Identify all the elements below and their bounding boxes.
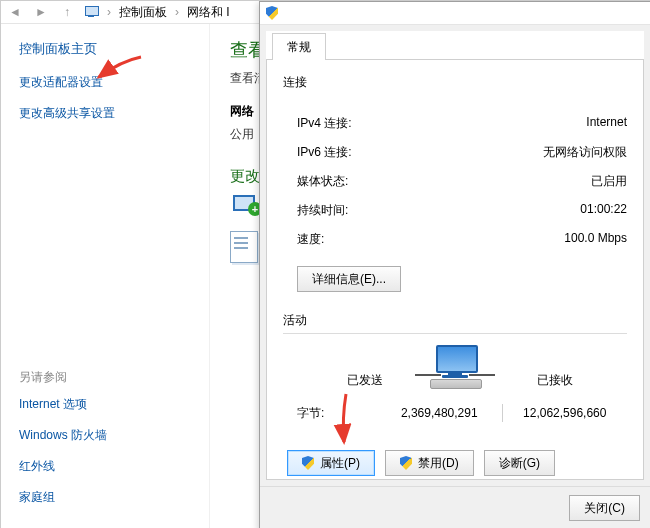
document-icon[interactable] — [230, 231, 258, 263]
properties-button[interactable]: 属性(P) — [287, 450, 375, 476]
label-received: 已接收 — [537, 372, 573, 389]
sidebar-see-also-homegroup[interactable]: 家庭组 — [19, 489, 199, 506]
row-duration: 持续时间: 01:00:22 — [297, 202, 627, 219]
value-speed: 100.0 Mbps — [564, 231, 627, 248]
row-media: 媒体状态: 已启用 — [297, 173, 627, 190]
diagnose-button[interactable]: 诊断(G) — [484, 450, 555, 476]
nav-up-icon[interactable]: ↑ — [57, 3, 77, 21]
row-ipv4: IPv4 连接: Internet — [297, 115, 627, 132]
dash-icon — [469, 374, 495, 376]
label-duration: 持续时间: — [297, 202, 348, 219]
value-bytes-recv: 12,062,596,660 — [503, 406, 628, 420]
row-bytes: 字节: 2,369,480,291 12,062,596,660 — [297, 404, 627, 422]
properties-button-label: 属性(P) — [320, 455, 360, 472]
sidebar-see-also-header: 另请参阅 — [19, 369, 199, 386]
label-bytes: 字节: — [297, 405, 377, 422]
shield-icon — [302, 456, 314, 470]
value-ipv4: Internet — [586, 115, 627, 132]
divider — [283, 333, 627, 334]
computer-icon — [426, 345, 484, 389]
sidebar-see-also-windows-firewall[interactable]: Windows 防火墙 — [19, 427, 199, 444]
row-speed: 速度: 100.0 Mbps — [297, 231, 627, 248]
breadcrumb-network[interactable]: 网络和 I — [187, 4, 230, 21]
sidebar-see-also-internet-options[interactable]: Internet 选项 — [19, 396, 199, 413]
label-speed: 速度: — [297, 231, 324, 248]
label-ipv4: IPv4 连接: — [297, 115, 352, 132]
shield-icon — [400, 456, 412, 470]
tab-general[interactable]: 常规 — [272, 33, 326, 60]
sidebar-see-also-infrared[interactable]: 红外线 — [19, 458, 199, 475]
disable-button-label: 禁用(D) — [418, 455, 459, 472]
sidebar-link-adapter-settings[interactable]: 更改适配器设置 — [19, 74, 199, 91]
sidebar-link-advanced-sharing[interactable]: 更改高级共享设置 — [19, 105, 199, 122]
value-media: 已启用 — [591, 173, 627, 190]
disable-button[interactable]: 禁用(D) — [385, 450, 474, 476]
close-button[interactable]: 关闭(C) — [569, 495, 640, 521]
shield-icon — [266, 6, 278, 20]
sidebar-home[interactable]: 控制面板主页 — [19, 40, 199, 58]
breadcrumb-control-panel[interactable]: 控制面板 — [119, 4, 167, 21]
value-ipv6: 无网络访问权限 — [543, 144, 627, 161]
ethernet-status-dialog: 以太网 状态 常规 连接 IPv4 连接: Internet IPv6 连接: … — [259, 1, 650, 528]
value-bytes-sent: 2,369,480,291 — [377, 406, 502, 420]
label-media: 媒体状态: — [297, 173, 348, 190]
control-panel-sidebar: 控制面板主页 更改适配器设置 更改高级共享设置 另请参阅 Internet 选项… — [1, 24, 209, 528]
dialog-footer: 关闭(C) — [260, 486, 650, 528]
nav-back-icon[interactable]: ◄ — [5, 3, 25, 21]
dialog-titlebar: 以太网 状态 — [260, 2, 650, 25]
nav-fwd-icon: ► — [31, 3, 51, 21]
row-ipv6: IPv6 连接: 无网络访问权限 — [297, 144, 627, 161]
activity-visual: 已发送 已接收 — [283, 344, 627, 390]
details-button[interactable]: 详细信息(E)... — [297, 266, 401, 292]
group-connection-header: 连接 — [283, 74, 627, 91]
label-sent: 已发送 — [347, 372, 383, 389]
group-activity-header: 活动 — [283, 312, 627, 329]
chevron-right-icon: › — [107, 5, 111, 19]
label-ipv6: IPv6 连接: — [297, 144, 352, 161]
control-panel-icon — [83, 5, 99, 19]
dialog-tabs: 常规 — [266, 31, 644, 60]
value-duration: 01:00:22 — [580, 202, 627, 219]
chevron-right-icon: › — [175, 5, 179, 19]
